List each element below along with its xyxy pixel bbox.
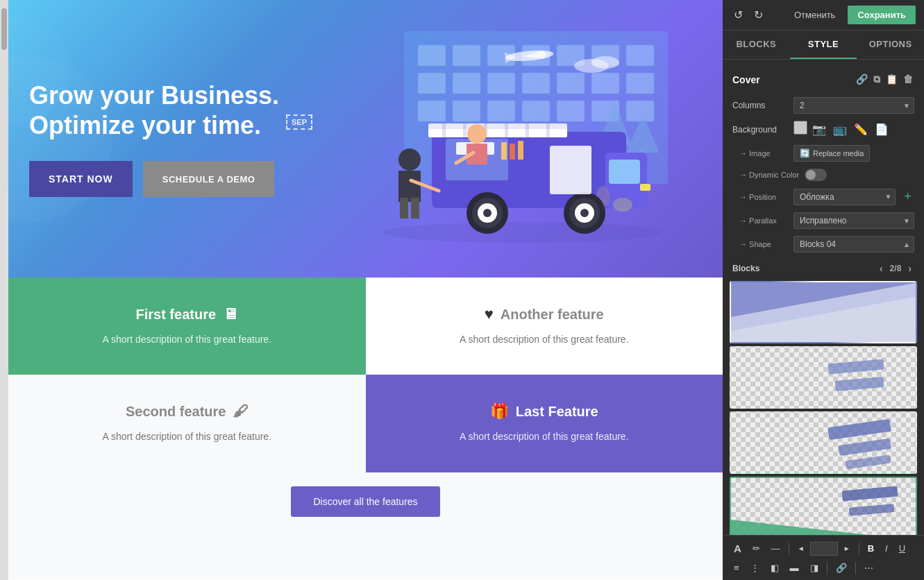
panel-toolbar: ↺ ↻ Отменить Сохранить [723,0,924,31]
block-thumb-4[interactable]: ✓ [730,477,917,535]
align-right-button[interactable]: ◨ [806,560,823,576]
feature4-title-text: Last Feature [516,404,598,420]
tab-style[interactable]: STYLE [790,31,857,59]
svg-rect-78 [828,419,891,440]
svg-rect-22 [557,101,585,121]
block-thumb-3[interactable] [730,411,917,474]
redo-button[interactable]: ↻ [751,6,766,24]
panel-tabs: BLOCKS STYLE OPTIONS [723,31,924,60]
svg-rect-12 [453,73,480,94]
list-unordered-button[interactable]: ≡ [730,560,744,576]
feature1-title-text: First feature [135,307,216,323]
columns-select-wrap: 2 1 3 4 ▼ [793,97,914,114]
bold-button[interactable]: B [864,540,878,556]
svg-rect-4 [418,45,446,66]
features-section: First feature 🖥 A short description of t… [8,278,723,579]
svg-rect-75 [731,348,916,409]
toolbar-divider-3 [827,562,828,574]
svg-rect-49 [510,144,515,160]
parallax-select[interactable]: Исправлено Прокрутка [793,212,914,229]
tab-options[interactable]: OPTIONS [857,31,924,59]
blocks-current: 2/8 [890,264,902,273]
font-size-decrease[interactable]: ◄ [793,542,809,555]
bg-color-circle[interactable] [793,121,807,135]
tab-blocks[interactable]: BLOCKS [723,31,790,59]
svg-rect-18 [418,101,446,121]
svg-rect-80 [845,454,891,469]
discover-btn-wrap: Discover all the features [8,472,723,538]
more-options-button[interactable]: ⋯ [860,560,877,576]
list-ordered-button[interactable]: ⋮ [746,560,764,576]
svg-point-70 [580,209,589,217]
link-icon[interactable]: 🔗 [855,72,869,87]
svg-rect-45 [526,123,529,137]
scrollbar-thumb[interactable] [1,8,7,50]
bg-code-icon[interactable]: 📄 [873,121,891,138]
food-truck-svg [348,31,668,246]
schedule-demo-button[interactable]: SCHEDULE A DEMO [143,161,275,197]
vertical-scrollbar[interactable] [0,0,8,580]
format-btn-A[interactable]: A [730,540,746,557]
position-add-button[interactable]: + [901,188,914,205]
feature2-desc: A short description of this great featur… [102,429,271,444]
blocks-nav: Blocks ‹ 2/8 › [723,256,924,281]
bg-image-icon[interactable]: 📷 [810,121,828,138]
shape-select[interactable]: Blocks 04 Blocks 01 Blocks 02 Blocks 03 [793,236,914,253]
dynamic-color-toggle[interactable] [805,169,827,181]
svg-rect-82 [842,486,898,502]
panel-content: Cover 🔗 ⧉ 📋 🗑 Columns 2 1 3 4 [723,60,924,535]
feature-card-3: ♥ Another feature A short description of… [366,278,723,375]
save-button[interactable]: Сохранить [848,6,916,24]
parallax-select-wrap: Исправлено Прокрутка ▼ [793,212,914,229]
blocks-nav-label: Blocks [732,264,759,273]
block-thumb-2[interactable] [730,346,917,409]
svg-rect-76 [828,359,884,375]
bg-video-icon[interactable]: 📺 [831,121,849,138]
align-left-button[interactable]: ◧ [766,560,783,576]
position-select-wrap: Обложка Содержать Заполнить ▼ [793,189,896,205]
align-center-button[interactable]: ▬ [786,560,803,576]
svg-point-62 [613,198,632,212]
background-row: Background 📷 📺 ✏️ 📄 [723,117,924,142]
gift-icon: 🎁 [490,402,509,420]
font-size-increase[interactable]: ► [839,542,855,555]
svg-point-66 [483,209,492,217]
paste-icon[interactable]: 📋 [884,72,899,87]
hero-title: Grow your Business. Optimize your time. [29,80,321,140]
heart-icon: ♥ [485,305,494,323]
feature2-title-text: Second feature [126,404,226,420]
background-icon-group: 📷 📺 ✏️ 📄 [793,121,891,138]
block-thumb-1[interactable] [730,281,917,343]
svg-rect-58 [411,198,419,219]
undo-button[interactable]: ↺ [731,6,746,24]
parallax-row: → Parallax Исправлено Прокрутка ▼ [723,209,924,232]
start-now-button[interactable]: START NOW [29,161,133,197]
italic-button[interactable]: I [881,540,892,556]
bg-edit-icon[interactable]: ✏️ [852,121,870,138]
copy-icon[interactable]: ⧉ [872,72,882,87]
feature4-desc: A short description of this great featur… [460,429,629,444]
feature3-title: ♥ Another feature [485,305,604,323]
feature1-desc: A short description of this great featur… [102,332,271,347]
replace-media-button[interactable]: 🔄 Replace media [793,145,870,162]
discover-button[interactable]: Discover all the features [291,486,439,517]
format-btn-paint[interactable]: ✏ [748,540,764,556]
position-label: → Position [732,193,788,201]
feature1-title: First feature 🖥 [135,305,238,323]
link-button[interactable]: 🔗 [832,560,851,576]
blocks-next-button[interactable]: › [905,262,914,275]
cancel-button[interactable]: Отменить [787,7,842,23]
feature-card-2: Second feature 🖌 A short description of … [8,375,366,472]
feature-card-1: First feature 🖥 A short description of t… [8,278,366,375]
blocks-prev-button[interactable]: ‹ [877,262,886,275]
hero-buttons: START NOW SCHEDULE A DEMO [29,161,321,197]
font-size-input[interactable]: 42 [810,542,838,556]
format-btn-dash[interactable]: — [767,540,784,556]
columns-select[interactable]: 2 1 3 4 [793,97,914,114]
delete-icon[interactable]: 🗑 [902,72,914,87]
canvas-area: Grow your Business. Optimize your time. … [8,0,723,580]
underline-button[interactable]: U [895,540,909,556]
hero-right-illustration [321,31,695,246]
svg-point-29 [591,56,619,69]
position-select[interactable]: Обложка Содержать Заполнить [793,189,896,205]
